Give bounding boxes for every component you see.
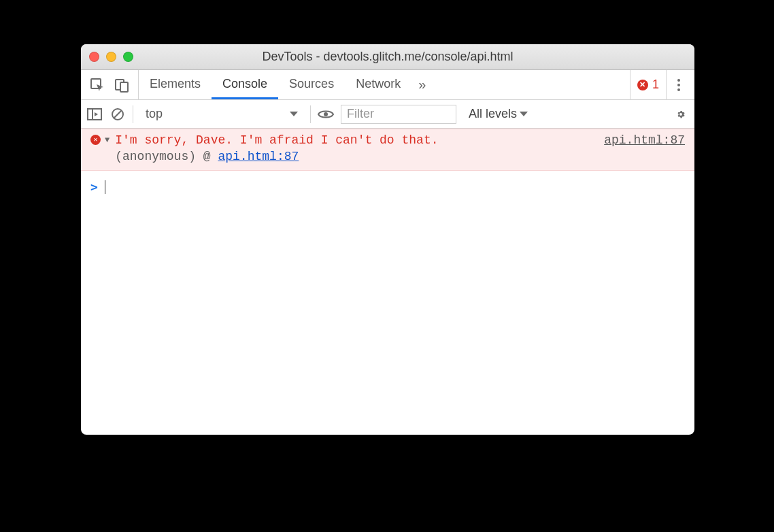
- tab-network[interactable]: Network: [345, 70, 411, 99]
- tab-console[interactable]: Console: [212, 70, 278, 99]
- error-content: I'm sorry, Dave. I'm afraid I can't do t…: [115, 133, 685, 163]
- devtools-menu-button[interactable]: [666, 70, 690, 99]
- trace-frame-label: (anonymous): [115, 150, 196, 163]
- console-settings-icon[interactable]: [673, 106, 689, 122]
- tab-label: Elements: [150, 77, 201, 91]
- error-source-link[interactable]: api.html:87: [604, 133, 685, 147]
- error-count-badge[interactable]: ✕ 1: [630, 70, 666, 99]
- tab-label: Sources: [289, 77, 334, 91]
- svg-point-11: [324, 112, 328, 116]
- svg-point-4: [677, 84, 680, 86]
- tab-sources[interactable]: Sources: [278, 70, 345, 99]
- tab-label: Console: [222, 77, 267, 91]
- devtools-tabs: Elements Console Sources Network: [139, 70, 411, 99]
- console-toolbar: top All levels: [81, 100, 694, 129]
- toggle-console-sidebar-icon[interactable]: [86, 106, 103, 122]
- window-title: DevTools - devtools.glitch.me/console/ap…: [81, 50, 694, 64]
- traffic-lights: [89, 52, 133, 62]
- chevron-double-right-icon: »: [418, 77, 426, 93]
- execution-context-value: top: [146, 107, 163, 121]
- devtools-tabs-row: Elements Console Sources Network » ✕ 1: [81, 70, 694, 100]
- window-maximize-button[interactable]: [123, 52, 133, 62]
- chevron-down-icon: [520, 112, 528, 116]
- tabs-spacer: [433, 70, 630, 99]
- log-levels-select[interactable]: All levels: [463, 107, 533, 121]
- filter-input[interactable]: [341, 105, 456, 124]
- console-output: ✕ ▼ I'm sorry, Dave. I'm afraid I can't …: [81, 129, 694, 435]
- error-icon: ✕: [637, 80, 648, 90]
- kebab-icon: [677, 78, 681, 93]
- text-cursor: [105, 180, 105, 194]
- inspect-element-icon[interactable]: [89, 77, 105, 93]
- tab-elements[interactable]: Elements: [139, 70, 212, 99]
- chevron-down-icon: [290, 112, 298, 116]
- svg-point-3: [677, 79, 680, 82]
- prompt-caret-icon: >: [90, 180, 98, 194]
- trace-source-link[interactable]: api.html:87: [218, 150, 299, 163]
- error-line: I'm sorry, Dave. I'm afraid I can't do t…: [115, 133, 685, 147]
- svg-rect-2: [120, 82, 128, 92]
- console-prompt-row[interactable]: >: [81, 171, 694, 203]
- inspect-icon-group: [85, 70, 139, 99]
- clear-console-icon[interactable]: [110, 106, 126, 122]
- device-toolbar-icon[interactable]: [114, 77, 130, 93]
- window-minimize-button[interactable]: [106, 52, 116, 62]
- tab-label: Network: [356, 77, 401, 91]
- error-icon: ✕: [90, 135, 101, 145]
- error-count-value: 1: [652, 78, 659, 92]
- more-tabs-button[interactable]: »: [411, 70, 433, 99]
- console-error-row: ✕ ▼ I'm sorry, Dave. I'm afraid I can't …: [81, 129, 694, 171]
- stack-trace: (anonymous) @ api.html:87: [115, 150, 685, 163]
- log-levels-label: All levels: [469, 107, 517, 121]
- disclosure-triangle-icon[interactable]: ▼: [105, 135, 110, 145]
- toolbar-divider: [310, 105, 311, 123]
- window-close-button[interactable]: [89, 52, 99, 62]
- console-input[interactable]: [112, 179, 685, 195]
- svg-point-5: [677, 88, 680, 91]
- window-titlebar: DevTools - devtools.glitch.me/console/ap…: [81, 44, 694, 70]
- execution-context-select[interactable]: top: [140, 107, 303, 121]
- svg-line-10: [114, 110, 122, 118]
- devtools-window: DevTools - devtools.glitch.me/console/ap…: [81, 44, 694, 435]
- toolbar-divider: [133, 105, 133, 123]
- svg-marker-8: [95, 112, 98, 116]
- live-expression-icon[interactable]: [318, 106, 334, 122]
- error-message: I'm sorry, Dave. I'm afraid I can't do t…: [115, 133, 438, 147]
- error-gutter: ✕ ▼: [90, 133, 110, 145]
- trace-at: @: [203, 150, 211, 163]
